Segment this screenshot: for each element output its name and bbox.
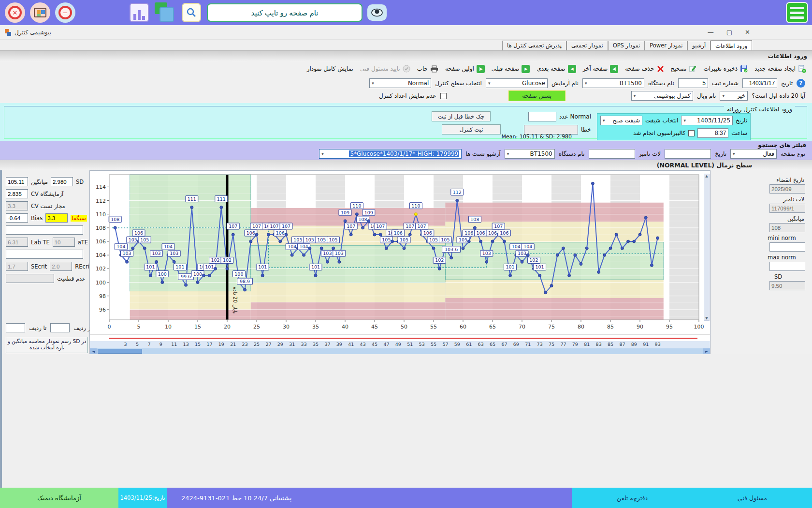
scroll-left-icon[interactable]: ◄ <box>90 348 97 354</box>
hide-numbers-checkbox[interactable] <box>440 93 447 99</box>
check-error-button[interactable]: چک خطا قبل از ثبت <box>432 111 491 121</box>
extra-field-2[interactable] <box>6 250 83 259</box>
first20-combobox[interactable]: خیر▾ <box>720 91 748 101</box>
chart-vertical-scrollbar[interactable]: ▲ ▼ <box>704 174 710 321</box>
prev-page-button[interactable]: ▶صفحه قبلی <box>492 65 530 73</box>
shift-combobox[interactable]: شیفت صبح▾ <box>600 116 642 125</box>
filter-lot-field[interactable] <box>589 149 635 159</box>
uncertainty-field[interactable] <box>6 274 54 283</box>
extra-field-1[interactable] <box>6 225 83 235</box>
draw-range-chart-button[interactable]: رسم نمودار محاسبه میانگین و SD در بازه ا… <box>6 337 88 353</box>
save-changes-button[interactable]: ذخیره تغییرات <box>703 65 748 73</box>
target-mean-label: میانگین <box>711 215 804 222</box>
from-row-field[interactable] <box>50 323 70 332</box>
to-row-field[interactable] <box>6 323 25 332</box>
cv-lab-field[interactable] <box>6 189 28 198</box>
svg-text:100: 100 <box>193 271 202 277</box>
print-button[interactable]: چاپ <box>417 65 438 73</box>
daily-date-combobox[interactable]: 1403/11/25▾ <box>681 116 733 125</box>
lot-number-field[interactable] <box>769 204 805 213</box>
first-page-button[interactable]: ▶|اولین صفحه <box>445 65 485 73</box>
calibration-checkbox[interactable] <box>688 130 695 136</box>
svg-text:101: 101 <box>175 264 184 269</box>
minus-icon: ─ <box>58 6 72 19</box>
time-field[interactable] <box>697 128 728 138</box>
cv-allowed-field[interactable] <box>6 201 28 210</box>
svg-text:107: 107 <box>229 224 237 229</box>
tab-ops-chart[interactable]: نمودار OPS <box>608 41 645 50</box>
lab-name-segment: آزمایشگاه دیمیک <box>0 488 118 508</box>
mean-field[interactable] <box>6 177 28 186</box>
mean-sd-readout: Mean: 105.11 & SD: 2.980 <box>502 134 572 140</box>
close-button[interactable]: ✕ <box>745 29 750 36</box>
full-chart-button[interactable]: نمایش کامل نمودار <box>307 65 353 72</box>
daily-datetime-panel: تاریخ 1403/11/25▾ انتخاب شیفت شیفت صبح▾ … <box>597 113 751 140</box>
minimize-button[interactable]: — <box>708 29 714 36</box>
svg-text:103: 103 <box>482 251 491 256</box>
submit-control-button[interactable]: ثبت کنترل <box>442 124 501 134</box>
sigma-field[interactable] <box>45 213 68 223</box>
page-type-combobox[interactable]: فعال▾ <box>730 149 777 159</box>
search-shortcut-button[interactable] <box>182 3 201 22</box>
desktop-button[interactable] <box>30 2 50 23</box>
vial-combobox[interactable]: کنترل بیوشیمی▾ <box>631 91 693 101</box>
date-field[interactable] <box>742 78 777 88</box>
minimize-app-button[interactable]: ─ <box>55 2 75 23</box>
lab-te-field[interactable] <box>6 238 28 247</box>
control-level-combobox[interactable]: Normal▾ <box>369 78 431 88</box>
lj-chart-canvas[interactable]: پایان 20 داده108104103105106105101103100… <box>90 171 710 335</box>
view-button[interactable] <box>367 4 387 21</box>
reg-number-field[interactable] <box>678 78 708 88</box>
new-page-button[interactable]: ایجاد صفحه جدید <box>754 65 806 73</box>
row-number: 55 <box>431 342 436 347</box>
normal-value-field[interactable] <box>528 112 556 121</box>
filter-device-combobox[interactable]: BT1500▾ <box>505 149 555 159</box>
error-field[interactable] <box>524 125 578 134</box>
tab-cumulative-acceptance[interactable]: پذیرش تجمعی کنترل ها <box>502 41 566 50</box>
tab-cumulative-chart[interactable]: نمودار تجمعی <box>566 41 608 50</box>
secrit-field[interactable] <box>6 262 28 271</box>
scroll-up-icon[interactable]: ▲ <box>705 174 708 178</box>
charts-shortcut-button[interactable] <box>130 3 149 22</box>
layout-shortcut-button[interactable] <box>154 2 175 23</box>
test-combobox[interactable]: Glucose▾ <box>486 78 548 88</box>
approve-tech-button[interactable]: تایید مسئول فنی <box>360 65 410 73</box>
sd-field[interactable] <box>51 177 73 186</box>
chart-horizontal-scrollbar[interactable]: ◄ ► <box>90 348 710 354</box>
scroll-down-icon[interactable]: ▼ <box>705 316 708 320</box>
expiry-field[interactable] <box>769 184 805 194</box>
close-app-button[interactable]: ✕ <box>5 2 25 23</box>
last-page-button[interactable]: |◀صفحه آخر <box>583 65 619 73</box>
edit-button[interactable]: تصحیح <box>671 65 697 73</box>
ate-field[interactable] <box>53 238 75 247</box>
scroll-right-icon[interactable]: ► <box>703 348 710 354</box>
hamburger-menu-button[interactable] <box>786 2 808 23</box>
phonebook-link[interactable]: دفترچه تلفن <box>617 494 648 502</box>
delete-page-button[interactable]: حذف صفحه <box>625 65 664 73</box>
row-number: 83 <box>596 342 602 347</box>
bias-field[interactable] <box>6 213 28 223</box>
archive-tests-combobox[interactable]: 5*Glucose*1403/1/17*-HIGH: 179999▾ <box>319 149 462 159</box>
first-page-icon: ▶| <box>477 65 485 73</box>
mini-norm-field[interactable] <box>769 242 805 252</box>
svg-text:105: 105 <box>400 237 408 242</box>
close-page-button[interactable]: بستن صفحه <box>508 90 566 101</box>
filter-date-field[interactable] <box>665 149 711 159</box>
max-norm-field[interactable] <box>769 262 805 271</box>
page-name-input[interactable] <box>207 3 362 22</box>
tech-manager-link[interactable]: مسئول فنی <box>738 494 767 502</box>
svg-text:101: 101 <box>146 264 155 269</box>
tab-data-entry[interactable]: ورود اطلاعات <box>710 40 752 51</box>
tab-archive[interactable]: آرشیو <box>687 41 710 50</box>
device-combobox[interactable]: BT1500▾ <box>582 78 644 88</box>
maximize-button[interactable]: ▢ <box>726 29 732 36</box>
shift-label: انتخاب شیفت <box>645 117 678 124</box>
help-icon[interactable]: ? <box>797 79 805 88</box>
tab-power-chart[interactable]: نمودار Power <box>645 41 687 50</box>
target-sd-field[interactable] <box>769 281 805 290</box>
recrit-field[interactable] <box>50 262 72 271</box>
target-mean-field[interactable] <box>769 223 805 232</box>
scrollbar-thumb[interactable] <box>98 349 142 354</box>
control-level-label: انتخاب سطح کنترل <box>435 80 482 87</box>
next-page-button[interactable]: ◀صفحه بعدی <box>536 65 576 73</box>
